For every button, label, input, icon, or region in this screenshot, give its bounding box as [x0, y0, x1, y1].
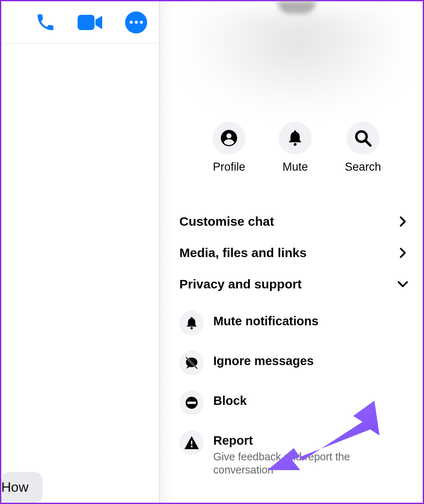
customise-chat-row[interactable]: Customise chat [179, 206, 409, 237]
svg-point-13 [191, 446, 192, 447]
report-item[interactable]: Report Give feedback and report the conv… [179, 423, 409, 485]
block-icon-circle [179, 390, 204, 415]
mute-action[interactable]: Mute [279, 122, 312, 174]
chat-column: How [1, 1, 159, 503]
phone-icon [36, 13, 55, 32]
person-icon [220, 129, 238, 147]
search-icon-circle [346, 122, 379, 155]
video-icon [78, 13, 103, 32]
privacy-label: Privacy and support [179, 277, 301, 291]
mute-notifications-label: Mute notifications [213, 314, 318, 328]
media-label: Media, files and links [179, 246, 307, 260]
more-options-button[interactable] [125, 11, 147, 33]
ignore-messages-label: Ignore messages [213, 354, 314, 368]
mute-notifications-icon-circle [179, 311, 204, 335]
warning-triangle-icon [184, 435, 200, 450]
search-icon [354, 129, 372, 147]
quick-actions-row: Profile Mute Search [171, 122, 423, 174]
svg-rect-0 [78, 15, 95, 30]
mute-icon-circle [279, 122, 312, 155]
block-label: Block [213, 394, 247, 408]
report-description: Give feedback and report the conversatio… [213, 450, 400, 477]
message-text: How [1, 479, 28, 495]
dot-icon [130, 21, 133, 24]
svg-rect-11 [187, 402, 196, 404]
privacy-support-row[interactable]: Privacy and support [179, 269, 409, 300]
profile-label: Profile [213, 161, 245, 174]
customise-label: Customise chat [179, 214, 274, 229]
media-files-links-row[interactable]: Media, files and links [179, 237, 409, 269]
mute-label: Mute [282, 161, 308, 174]
svg-point-2 [226, 133, 232, 138]
search-label: Search [345, 161, 381, 174]
dot-icon [140, 21, 143, 24]
svg-point-6 [190, 327, 192, 329]
privacy-sublist: Mute notifications Ignore messages [179, 303, 409, 485]
chevron-down-icon [396, 278, 409, 291]
svg-point-3 [294, 143, 297, 146]
settings-menu: Customise chat Media, files and links Pr… [171, 206, 423, 485]
chevron-right-icon [396, 246, 409, 259]
profile-action[interactable]: Profile [212, 122, 245, 174]
bell-icon [185, 316, 198, 331]
chevron-right-icon [396, 215, 409, 228]
video-call-button[interactable] [77, 12, 104, 33]
report-icon-circle [179, 430, 204, 455]
mute-notifications-item[interactable]: Mute notifications [179, 303, 409, 343]
ignore-messages-item[interactable]: Ignore messages [179, 343, 409, 383]
svg-rect-12 [191, 440, 192, 444]
contact-avatar-area [171, 1, 423, 120]
conversation-info-panel: Profile Mute Search [171, 1, 423, 503]
bell-icon [287, 129, 304, 147]
chat-header-toolbar [1, 1, 159, 44]
profile-icon-circle [212, 122, 245, 155]
avatar-name-blurred [191, 10, 403, 111]
app-frame: How Profile [0, 0, 424, 504]
call-button[interactable] [35, 12, 56, 33]
search-action[interactable]: Search [345, 122, 381, 174]
block-icon [184, 396, 199, 410]
ignore-icon-circle [179, 351, 204, 375]
report-label: Report [213, 434, 400, 448]
message-bubble: How [1, 472, 43, 503]
svg-line-5 [365, 141, 370, 145]
chat-slash-icon [184, 355, 199, 371]
block-item[interactable]: Block [179, 383, 409, 423]
dot-icon [135, 21, 138, 24]
